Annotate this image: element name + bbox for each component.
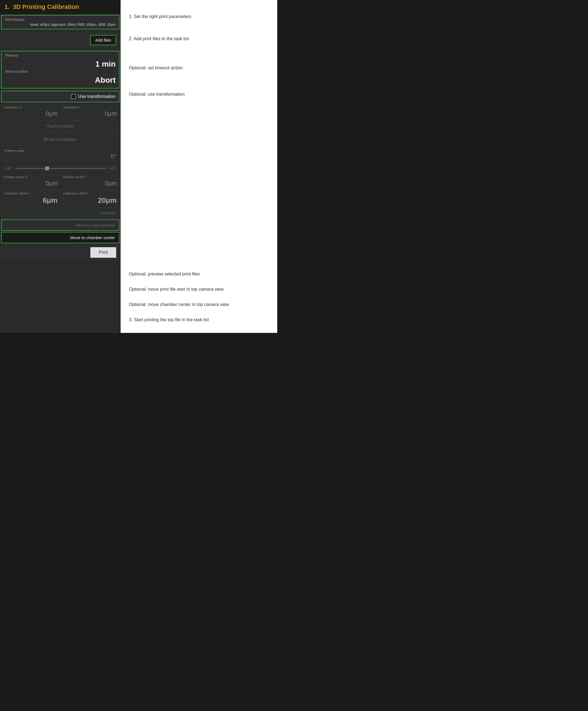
- right-optional-move-chamber: Optional: move chamber center in top cam…: [129, 297, 269, 312]
- print-params-label: Print Params: [5, 18, 116, 22]
- move-to-start-position-button[interactable]: Move to start position: [1, 219, 119, 231]
- add-files-button[interactable]: Add files: [90, 35, 116, 45]
- rotation-center-x-col: Rotation center X 0μm: [1, 174, 61, 189]
- calibration-offset-x-col: Calibration offset X 6μm: [1, 190, 61, 207]
- calibration-offset-x-label: Calibration offset X: [4, 192, 58, 195]
- right-optional-transform-text: Optional: use transformation: [129, 92, 185, 97]
- right-step-3: 3. Start printing the top file in the ta…: [129, 312, 269, 327]
- right-optional-move-start-text: Optional: move print file start in top c…: [129, 287, 223, 292]
- rotation-center-y-value: 0μm: [63, 179, 117, 187]
- right-middle-spacer: [129, 103, 269, 266]
- right-optional-move-chamber-text: Optional: move chamber center in top cam…: [129, 302, 229, 307]
- right-optional-transform: Optional: use transformation: [129, 86, 269, 103]
- rotation-center-x-value: 0μm: [4, 179, 58, 187]
- rotation-max-label: 180°: [109, 167, 116, 170]
- translation-x-value: 0μm: [4, 109, 58, 117]
- right-optional-timeout: Optional: set timeout action: [129, 50, 269, 86]
- calibration-offset-y-col: Calibration offset Y 20μm: [61, 190, 120, 207]
- right-panel: 1. Set the right print parameters 2. Add…: [120, 0, 277, 333]
- calibration-offset-x-value: 6μm: [4, 195, 58, 205]
- right-optional-preview: Optional: preview selected print files: [129, 266, 269, 282]
- timeout-label: Time out: [5, 53, 116, 58]
- translation-row: Translation X 0μm Translation Y 0μm: [1, 104, 119, 119]
- rotation-label: Rotation angle: [4, 149, 116, 152]
- calibration-offset-row: Calibration offset X 6μm Calibration off…: [1, 190, 119, 207]
- use-transformation-label-text: Use transformation: [78, 94, 116, 99]
- right-step-3-text: 3. Start printing the top file in the ta…: [129, 317, 209, 322]
- track-position-button[interactable]: Track position: [1, 120, 119, 132]
- use-transformation-checkbox-label[interactable]: Use transformation: [71, 94, 116, 99]
- right-step-1-text: 1. Set the right print parameters: [129, 14, 191, 19]
- move-to-chamber-center-button[interactable]: Move to chamber center: [1, 232, 119, 243]
- right-step-2-text: 2. Add print files to the task list: [129, 36, 189, 41]
- calibration-offset-y-value: 20μm: [63, 195, 117, 205]
- translation-y-value: 0μm: [63, 109, 117, 117]
- translation-y-label: Translation Y: [63, 106, 117, 109]
- timeout-section: Time out 1 min Time out action Abort: [1, 51, 119, 88]
- rotation-center-x-label: Rotation center X: [4, 175, 58, 179]
- use-transformation-row[interactable]: Use transformation: [1, 91, 119, 102]
- print-button-row: Print: [1, 244, 119, 260]
- use-transformation-checkbox[interactable]: [71, 94, 76, 99]
- print-params-value: Voxel: 400μV, Approach: 20mV, PRD: 100μm…: [5, 23, 116, 27]
- translation-y-col: Translation Y 0μm: [61, 104, 120, 119]
- page-title: 1. 3D Printing Calibration: [0, 0, 120, 14]
- rotation-slider-container[interactable]: -180° 180°: [1, 164, 119, 173]
- right-step-2: 2. Add print files to the task list: [129, 28, 269, 50]
- timeout-action-label: Time out action: [5, 70, 116, 73]
- rotation-center-row: Rotation center X 0μm Rotation center Y …: [1, 174, 119, 189]
- right-optional-timeout-text: Optional: set timeout action: [129, 65, 183, 70]
- timeout-value: 1 min: [5, 58, 116, 70]
- print-params-section: Print Params Voxel: 400μV, Approach: 20m…: [1, 15, 119, 29]
- add-files-container: Add files: [1, 31, 119, 48]
- print-button[interactable]: Print: [90, 247, 116, 258]
- rotation-value: 0°: [4, 152, 116, 161]
- timeout-action-value: Abort: [5, 73, 116, 86]
- rotation-slider-thumb[interactable]: [45, 167, 49, 170]
- reset-translation-button[interactable]: Reset translation: [1, 133, 119, 146]
- translation-x-col: Translation X 0μm: [1, 104, 61, 119]
- right-optional-move-start: Optional: move print file start in top c…: [129, 282, 269, 297]
- rotation-section: Rotation angle 0°: [1, 147, 119, 163]
- preview-button[interactable]: Preview: [1, 208, 119, 218]
- right-optional-preview-text: Optional: preview selected print files: [129, 272, 200, 277]
- rotation-center-y-col: Rotation center Y 0μm: [61, 174, 120, 189]
- rotation-center-y-label: Rotation center Y: [63, 175, 117, 179]
- rotation-slider-track[interactable]: [15, 168, 107, 169]
- calibration-offset-y-label: Calibration offset Y: [63, 192, 117, 195]
- translation-x-label: Translation X: [4, 106, 58, 109]
- rotation-min-label: -180°: [4, 167, 13, 170]
- right-step-1: 1. Set the right print parameters: [129, 5, 269, 28]
